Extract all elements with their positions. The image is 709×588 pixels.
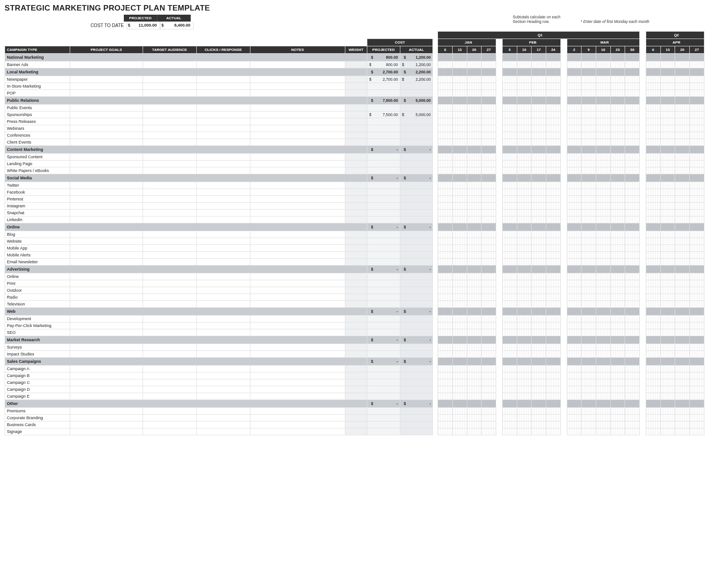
cell[interactable] — [345, 415, 367, 422]
gantt-cell[interactable] — [502, 196, 517, 203]
gantt-cell[interactable] — [546, 415, 561, 422]
cell[interactable] — [250, 76, 345, 83]
gantt-cell[interactable] — [532, 223, 546, 231]
gantt-cell[interactable] — [482, 125, 496, 132]
gantt-cell[interactable] — [567, 139, 582, 146]
gantt-cell[interactable] — [675, 182, 690, 189]
gantt-cell[interactable] — [690, 415, 704, 422]
gantt-cell[interactable] — [582, 203, 596, 210]
row-projected[interactable] — [367, 167, 400, 174]
gantt-cell[interactable] — [675, 210, 690, 216]
gantt-cell[interactable] — [482, 322, 496, 329]
gantt-cell[interactable] — [438, 351, 453, 358]
gantt-cell[interactable] — [610, 266, 625, 273]
cell[interactable] — [345, 90, 367, 97]
gantt-cell[interactable] — [567, 280, 582, 287]
gantt-cell[interactable] — [596, 351, 610, 358]
gantt-cell[interactable] — [467, 316, 482, 322]
cell[interactable] — [196, 280, 250, 287]
cell[interactable] — [250, 393, 345, 400]
gantt-cell[interactable] — [438, 344, 453, 351]
cell[interactable] — [70, 231, 143, 238]
gantt-cell[interactable] — [502, 105, 517, 111]
gantt-cell[interactable] — [438, 336, 453, 344]
gantt-cell[interactable] — [596, 76, 610, 83]
cell[interactable] — [345, 322, 367, 329]
gantt-cell[interactable] — [582, 351, 596, 358]
gantt-cell[interactable] — [660, 182, 675, 189]
gantt-cell[interactable] — [690, 90, 704, 97]
cell[interactable] — [70, 351, 143, 358]
cell[interactable] — [345, 161, 367, 167]
gantt-cell[interactable] — [610, 97, 625, 105]
gantt-cell[interactable] — [438, 196, 453, 203]
row-projected[interactable] — [367, 287, 400, 294]
cell[interactable] — [196, 139, 250, 146]
row-actual[interactable] — [400, 372, 433, 379]
gantt-cell[interactable] — [675, 76, 690, 83]
row-projected[interactable] — [367, 105, 400, 111]
cell[interactable] — [345, 344, 367, 351]
gantt-cell[interactable] — [546, 61, 561, 68]
gantt-cell[interactable] — [438, 216, 453, 223]
gantt-cell[interactable] — [546, 351, 561, 358]
gantt-cell[interactable] — [453, 408, 467, 415]
gantt-cell[interactable] — [453, 83, 467, 90]
row-projected[interactable] — [367, 294, 400, 301]
gantt-cell[interactable] — [625, 252, 640, 259]
cell[interactable] — [70, 238, 143, 245]
gantt-cell[interactable] — [532, 322, 546, 329]
cell[interactable] — [70, 245, 143, 252]
gantt-cell[interactable] — [482, 61, 496, 68]
gantt-cell[interactable] — [482, 287, 496, 294]
gantt-cell[interactable] — [582, 358, 596, 366]
gantt-cell[interactable] — [596, 189, 610, 196]
cell[interactable] — [345, 76, 367, 83]
gantt-cell[interactable] — [610, 189, 625, 196]
row-actual[interactable] — [400, 118, 433, 125]
gantt-cell[interactable] — [690, 336, 704, 344]
gantt-cell[interactable] — [453, 210, 467, 216]
cell[interactable] — [70, 280, 143, 287]
cell[interactable] — [345, 301, 367, 308]
gantt-cell[interactable] — [660, 294, 675, 301]
gantt-cell[interactable] — [546, 203, 561, 210]
gantt-cell[interactable] — [646, 210, 660, 216]
gantt-cell[interactable] — [546, 344, 561, 351]
gantt-cell[interactable] — [502, 408, 517, 415]
gantt-cell[interactable] — [453, 167, 467, 174]
gantt-cell[interactable] — [646, 238, 660, 245]
gantt-cell[interactable] — [625, 322, 640, 329]
gantt-cell[interactable] — [660, 344, 675, 351]
cell[interactable] — [70, 216, 143, 223]
gantt-cell[interactable] — [582, 182, 596, 189]
gantt-cell[interactable] — [467, 154, 482, 161]
gantt-cell[interactable] — [546, 336, 561, 344]
cell[interactable] — [345, 393, 367, 400]
gantt-cell[interactable] — [467, 132, 482, 139]
gantt-cell[interactable] — [467, 273, 482, 280]
gantt-cell[interactable] — [517, 189, 532, 196]
gantt-cell[interactable] — [596, 259, 610, 266]
gantt-cell[interactable] — [690, 316, 704, 322]
gantt-cell[interactable] — [625, 118, 640, 125]
gantt-cell[interactable] — [646, 68, 660, 76]
gantt-cell[interactable] — [660, 351, 675, 358]
gantt-cell[interactable] — [610, 154, 625, 161]
gantt-cell[interactable] — [610, 259, 625, 266]
gantt-cell[interactable] — [690, 154, 704, 161]
row-actual[interactable] — [400, 125, 433, 132]
row-actual[interactable] — [400, 83, 433, 90]
gantt-cell[interactable] — [567, 105, 582, 111]
row-projected[interactable]: $800.00 — [367, 61, 400, 68]
gantt-cell[interactable] — [596, 146, 610, 154]
gantt-cell[interactable] — [482, 280, 496, 287]
gantt-cell[interactable] — [532, 344, 546, 351]
gantt-cell[interactable] — [610, 428, 625, 435]
gantt-cell[interactable] — [453, 68, 467, 76]
gantt-cell[interactable] — [567, 386, 582, 393]
gantt-cell[interactable] — [467, 223, 482, 231]
gantt-cell[interactable] — [517, 161, 532, 167]
gantt-cell[interactable] — [690, 428, 704, 435]
gantt-cell[interactable] — [532, 216, 546, 223]
